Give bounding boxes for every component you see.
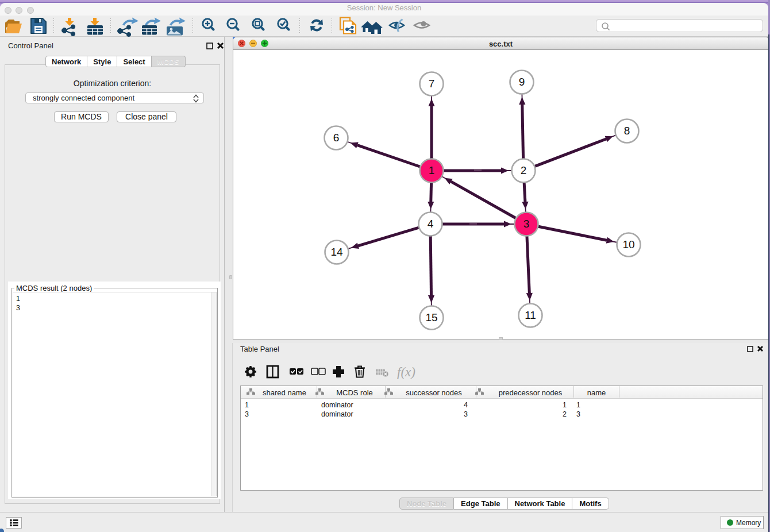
svg-text:shared name: shared name <box>263 388 306 397</box>
svg-text:3: 3 <box>576 410 580 418</box>
svg-text:1: 1 <box>563 401 567 409</box>
svg-text:f(x): f(x) <box>397 365 415 379</box>
svg-text:15: 15 <box>425 311 437 323</box>
svg-text:dominator: dominator <box>321 410 353 418</box>
svg-text:4: 4 <box>464 401 468 409</box>
svg-text:2: 2 <box>563 410 567 418</box>
svg-text:14: 14 <box>330 246 343 258</box>
svg-text:3: 3 <box>523 218 530 230</box>
svg-text:successor nodes: successor nodes <box>406 388 462 397</box>
svg-text:1: 1 <box>576 401 580 409</box>
svg-text:8: 8 <box>624 125 630 137</box>
svg-text:10: 10 <box>622 238 634 250</box>
svg-text:9: 9 <box>519 76 525 88</box>
svg-text:4: 4 <box>428 218 434 230</box>
svg-text:1: 1 <box>429 164 435 176</box>
svg-text:3: 3 <box>464 410 468 418</box>
svg-text:1: 1 <box>245 401 249 409</box>
svg-text:dominator: dominator <box>321 401 353 409</box>
svg-text:7: 7 <box>429 78 435 90</box>
svg-text:2: 2 <box>521 164 527 176</box>
svg-text:predecessor nodes: predecessor nodes <box>499 388 563 397</box>
svg-text:3: 3 <box>245 410 249 418</box>
svg-text:name: name <box>587 388 606 397</box>
svg-text:11: 11 <box>525 309 536 321</box>
svg-text:MCDS role: MCDS role <box>336 388 373 397</box>
svg-text:6: 6 <box>333 132 340 144</box>
